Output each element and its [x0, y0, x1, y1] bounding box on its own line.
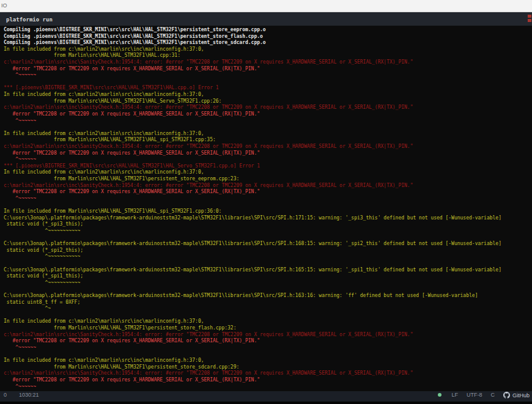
terminal-line: from Marlin\src\HAL\HAL_STM32F1\persiste…	[4, 176, 532, 183]
terminal-line: In file included from c:\marlin2\marlin\…	[4, 46, 532, 53]
cropped-red-badge	[528, 15, 531, 23]
terminal-line: ^~~~~~~	[4, 345, 532, 351]
terminal-line: #error "TMC2208 or TMC2209 on X requires…	[4, 338, 532, 345]
green-dot-icon	[438, 393, 441, 397]
remote-indicator-dot	[434, 390, 447, 400]
terminal-line: C:\users\3onap\.platformio\packages\fram…	[4, 293, 532, 299]
terminal-line: #error "TMC2208 or TMC2209 on X requires…	[4, 150, 532, 157]
cropped-editor-text: IO	[1, 2, 7, 9]
terminal-line: *** [.pioenvs\BIGTREE_SKR_MINI\src\src\H…	[4, 163, 532, 170]
status-right: LF UTF-8 C GitHub	[434, 390, 530, 400]
terminal-line	[4, 235, 532, 241]
terminal-line: In file included from c:\marlin2\marlin\…	[4, 92, 532, 98]
terminal-line	[4, 79, 532, 86]
terminal-line: static uint8_t ff = 0XFF;	[4, 299, 532, 306]
terminal-line: c:\marlin2\marlin\src\inc\SanityCheck.h:…	[4, 144, 532, 150]
terminal-line	[4, 312, 532, 319]
problems-count[interactable]: 0	[2, 390, 13, 400]
terminal-line: ^~~~~~~~~~~~	[4, 280, 532, 287]
terminal-line	[4, 124, 532, 131]
terminal-line: ^~~~~~~	[4, 196, 532, 202]
terminal-line: static void (*_spi1_this);	[4, 273, 532, 280]
terminal-line: C:\users\3onap\.platformio\packages\fram…	[4, 267, 532, 274]
status-bar: 0 1030:21 LF UTF-8 C GitHub	[0, 391, 532, 404]
terminal-line: C:\users\3onap\.platformio\packages\fram…	[4, 241, 532, 248]
terminal-line: C:\users\3onap\.platformio\packages\fram…	[4, 215, 532, 222]
terminal-line: *** [.pioenvs\BIGTREE_SKR_MINI\src\src\H…	[4, 85, 532, 92]
terminal-line: Compiling .pioenvs\BIGTREE_SKR_MINI\src\…	[4, 27, 532, 34]
terminal-line	[4, 351, 532, 358]
terminal-line	[4, 286, 532, 293]
terminal-line: c:\marlin2\marlin\src\inc\SanityCheck.h:…	[4, 59, 532, 66]
terminal-line: ^~	[4, 306, 532, 312]
terminal-line: Compiling .pioenvs\BIGTREE_SKR_MINI\src\…	[4, 40, 532, 46]
terminal-line: from Marlin\src\HAL\HAL_STM32F1\persiste…	[4, 325, 532, 332]
terminal-line: #error "TMC2208 or TMC2209 on X requires…	[4, 189, 532, 196]
terminal-line: from Marlin\src\HAL\HAL_STM32F1\HAL_spi_…	[4, 137, 532, 144]
github-label: GitHub	[512, 392, 530, 398]
terminal-line: In file included from Marlin\src\HAL\HAL…	[4, 208, 532, 215]
terminal-line: ^~~~~~~	[4, 156, 532, 163]
language-indicator[interactable]: C	[486, 390, 499, 400]
status-left: 0 1030:21	[2, 390, 45, 400]
terminal-tab-platformio-run[interactable]: platformio run	[6, 13, 53, 26]
terminal-line: c:\marlin2\marlin\src\inc\SanityCheck.h:…	[4, 183, 532, 189]
cursor-position[interactable]: 1030:21	[13, 390, 45, 400]
eol-indicator[interactable]: LF	[447, 390, 462, 400]
terminal-line	[4, 260, 532, 267]
terminal-line: static void (*_spi3_this);	[4, 221, 532, 228]
terminal-line: ^~~~~~~~~~~~	[4, 254, 532, 260]
terminal-line: In file included from c:\marlin2\marlin\…	[4, 169, 532, 176]
terminal-line: c:\marlin2\marlin\src\inc\SanityCheck.h:…	[4, 332, 532, 339]
terminal-line: ^~~~~~~	[4, 384, 532, 391]
terminal-line: In file included from c:\marlin2\marlin\…	[4, 318, 532, 325]
terminal-line: ^~~~~~~~~~~~	[4, 228, 532, 235]
terminal-line: #error "TMC2208 or TMC2209 on X requires…	[4, 66, 532, 73]
terminal-line	[4, 202, 532, 208]
terminal-line: static void (*_spi2_this);	[4, 248, 532, 254]
terminal-line: from Marlin\src\HAL\HAL_STM32F1\HAL.cpp:…	[4, 53, 532, 59]
terminal-line: #error "TMC2208 or TMC2209 on X requires…	[4, 111, 532, 118]
terminal-line: from Marlin\src\HAL\HAL_STM32F1\persiste…	[4, 364, 532, 371]
terminal-line: c:\marlin2\marlin\src\inc\SanityCheck.h:…	[4, 370, 532, 377]
terminal-line: In file included from c:\marlin2\marlin\…	[4, 131, 532, 138]
terminal-output[interactable]: Compiling .pioenvs\BIGTREE_SKR_MINI\src\…	[0, 26, 532, 391]
terminal-line: c:\marlin2\marlin\src\inc\SanityCheck.h:…	[4, 105, 532, 111]
terminal-line: Compiling .pioenvs\BIGTREE_SKR_MINI\src\…	[4, 34, 532, 40]
terminal-line: In file included from c:\marlin2\marlin\…	[4, 358, 532, 364]
terminal-tab-bar: platformio run	[0, 12, 532, 26]
terminal-line: #error "TMC2208 or TMC2209 on X requires…	[4, 377, 532, 384]
github-icon	[503, 392, 510, 398]
github-status-item[interactable]: GitHub	[499, 392, 530, 398]
app-window: IO platformio run Compiling .pioenvs\BIG…	[0, 0, 532, 404]
terminal-line: from Marlin\src\HAL\HAL_STM32F1\HAL_Serv…	[4, 98, 532, 105]
terminal-line: ^~~~~~~	[4, 72, 532, 79]
encoding-indicator[interactable]: UTF-8	[462, 390, 487, 400]
terminal-line: ^~~~~~~	[4, 118, 532, 125]
cropped-editor-sliver: IO	[0, 0, 532, 12]
